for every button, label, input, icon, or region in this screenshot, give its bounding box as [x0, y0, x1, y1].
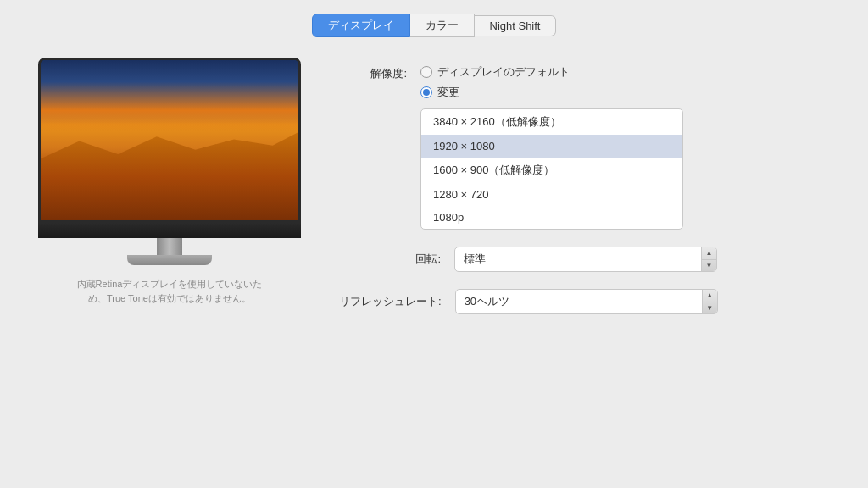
refresh-stepper-down[interactable]: ▼: [703, 302, 717, 314]
rotation-label: 回転:: [339, 252, 441, 267]
left-panel: 内蔵Retinaディスプレイを使用していないため、True Toneは有効ではあ…: [34, 58, 305, 314]
tab-display[interactable]: ディスプレイ: [312, 14, 410, 37]
radio-custom[interactable]: 変更: [420, 85, 683, 100]
resolution-list[interactable]: 3840 × 2160（低解像度） 1920 × 1080 1600 × 900…: [420, 108, 683, 230]
radio-custom-label: 変更: [437, 85, 459, 100]
monitor-display: [38, 58, 301, 265]
rotation-stepper[interactable]: ▲ ▼: [701, 247, 716, 271]
main-content: 内蔵Retinaディスプレイを使用していないため、True Toneは有効ではあ…: [0, 58, 868, 314]
radio-default[interactable]: ディスプレイのデフォルト: [420, 64, 683, 80]
radio-custom-btn[interactable]: [420, 86, 432, 98]
resolution-item-3[interactable]: 1600 × 900（低解像度）: [421, 158, 682, 183]
monitor-bezel: [38, 223, 301, 238]
tab-nightshift[interactable]: Night Shift: [475, 15, 557, 36]
refresh-value: 30ヘルツ: [456, 290, 702, 313]
rotation-stepper-up[interactable]: ▲: [702, 247, 716, 260]
tab-bar: ディスプレイ カラー Night Shift: [312, 14, 557, 37]
refresh-label: リフレッシュレート:: [339, 294, 442, 309]
right-panel: 解像度: ディスプレイのデフォルト 変更 3840 × 2160（低解像度） 1…: [339, 58, 834, 314]
refresh-stepper[interactable]: ▲ ▼: [702, 290, 717, 313]
preferences-window: ディスプレイ カラー Night Shift 内蔵Retinaディスプレイを使用…: [0, 0, 868, 488]
monitor-note: 内蔵Retinaディスプレイを使用していないため、True Toneは有効ではあ…: [59, 277, 280, 305]
refresh-dropdown[interactable]: 30ヘルツ ▲ ▼: [455, 289, 718, 314]
monitor-wallpaper: [41, 60, 298, 220]
rotation-dropdown[interactable]: 標準 ▲ ▼: [454, 247, 717, 272]
radio-default-label: ディスプレイのデフォルト: [437, 64, 570, 80]
resolution-item-1[interactable]: 3840 × 2160（低解像度）: [421, 109, 682, 135]
resolution-section: 解像度: ディスプレイのデフォルト 変更 3840 × 2160（低解像度） 1…: [339, 64, 834, 230]
resolution-item-5[interactable]: 1080p: [421, 206, 682, 229]
monitor-screen-area: [38, 58, 301, 223]
resolution-item-4[interactable]: 1280 × 720: [421, 183, 682, 206]
resolution-label: 解像度:: [339, 64, 407, 81]
rotation-value: 標準: [455, 247, 701, 271]
refresh-stepper-up[interactable]: ▲: [703, 290, 717, 302]
refresh-row: リフレッシュレート: 30ヘルツ ▲ ▼: [339, 289, 834, 314]
resolution-options: ディスプレイのデフォルト 変更 3840 × 2160（低解像度） 1920 ×…: [420, 64, 683, 230]
monitor-stand-base: [127, 255, 212, 265]
rotation-row: 回転: 標準 ▲ ▼: [339, 247, 834, 272]
rotation-stepper-down[interactable]: ▼: [702, 260, 716, 272]
radio-default-btn[interactable]: [420, 66, 432, 78]
resolution-item-2[interactable]: 1920 × 1080: [421, 135, 682, 158]
monitor-stand-neck: [157, 238, 182, 255]
tab-color[interactable]: カラー: [410, 14, 475, 37]
